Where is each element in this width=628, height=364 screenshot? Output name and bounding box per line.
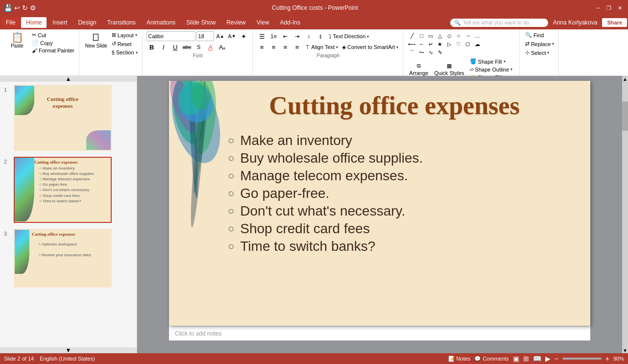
minimize-button[interactable]: ─ xyxy=(594,4,603,12)
align-left-button[interactable]: ≡ xyxy=(257,42,267,52)
clear-format-button[interactable]: ✦ xyxy=(239,31,249,41)
menu-view[interactable]: View xyxy=(252,17,274,28)
slide-sorter-icon[interactable]: ⊞ xyxy=(523,355,529,363)
scroll-up-arrow[interactable]: ▲ xyxy=(622,76,628,82)
shape-arrow2[interactable]: ⟵ xyxy=(408,40,416,48)
normal-view-icon[interactable]: ▣ xyxy=(513,355,519,363)
bold-button[interactable]: B xyxy=(146,42,157,52)
slide-thumb-3[interactable]: 3 Cutting office expenses ○ Optimize wor… xyxy=(0,226,137,291)
notes-button[interactable]: 📝 Notes xyxy=(448,356,471,362)
share-button[interactable]: Share xyxy=(602,18,627,27)
zoom-out-button[interactable]: − xyxy=(555,355,558,363)
menu-design[interactable]: Design xyxy=(73,17,101,28)
menu-insert[interactable]: Insert xyxy=(48,17,72,28)
shape-fill-button[interactable]: 🪣 Shape Fill▾ xyxy=(468,58,516,65)
new-slide-button[interactable]: 🗌 New Slide xyxy=(83,31,109,49)
menu-review[interactable]: Review xyxy=(221,17,250,28)
undo-icon[interactable]: ↩ xyxy=(14,4,20,12)
convert-smartart-button[interactable]: ◈ Convert to SmartArt▾ xyxy=(340,44,400,51)
shape-triangle[interactable]: △ xyxy=(435,32,444,40)
reading-view-icon[interactable]: 📖 xyxy=(533,355,541,363)
shape-arc[interactable]: ⌒ xyxy=(408,49,416,56)
menu-transitions[interactable]: Transitions xyxy=(102,17,141,28)
scroll-down-arrow[interactable]: ▼ xyxy=(622,347,628,353)
font-family-input[interactable] xyxy=(146,31,195,41)
section-button[interactable]: § Section▾ xyxy=(110,49,139,56)
shape-arrow[interactable]: → xyxy=(463,32,472,40)
slide-thumb-1[interactable]: 1 Cutting officeexpenses xyxy=(0,82,137,154)
scroll-up-button[interactable]: ▲ xyxy=(0,76,137,82)
shape-pentagon[interactable]: ⬠ xyxy=(463,40,472,48)
shadow-button[interactable]: S xyxy=(193,42,204,52)
align-center-button[interactable]: ≡ xyxy=(268,42,279,52)
layout-button[interactable]: ⊞ Layout▾ xyxy=(110,31,139,39)
justify-button[interactable]: ≡ xyxy=(292,42,303,52)
italic-button[interactable]: I xyxy=(158,42,169,52)
replace-button[interactable]: ⇄ Replace▾ xyxy=(524,40,556,48)
scroll-down-button[interactable]: ▼ xyxy=(0,347,137,353)
right-scrollbar[interactable]: ▲ ▼ xyxy=(622,76,628,353)
font-highlight-button[interactable]: Aₐ xyxy=(217,42,228,52)
restore-button[interactable]: ❐ xyxy=(604,4,613,12)
shape-dbl-arrow[interactable]: ↔ xyxy=(417,40,426,48)
menu-addins[interactable]: Add-Ins xyxy=(275,17,305,28)
scroll-track[interactable] xyxy=(622,82,628,347)
reset-button[interactable]: ↺ Reset xyxy=(110,40,139,48)
columns-button[interactable]: ⫿ xyxy=(315,31,326,41)
menu-slideshow[interactable]: Slide Show xyxy=(181,17,220,28)
line-spacing-button[interactable]: ↕ xyxy=(304,31,314,41)
shape-curve[interactable]: ∿ xyxy=(426,49,435,56)
close-button[interactable]: ✕ xyxy=(615,4,624,12)
search-box[interactable]: 🔍 Tell me what you want to do... xyxy=(450,19,548,27)
menu-file[interactable]: File xyxy=(1,17,20,28)
align-text-button[interactable]: ⊤ Align Text▾ xyxy=(304,44,340,51)
shape-rect[interactable]: □ xyxy=(417,32,426,40)
numbering-button[interactable]: 1≡ xyxy=(268,31,279,41)
font-color-button[interactable]: A xyxy=(205,42,216,52)
increase-font-button[interactable]: A▲ xyxy=(215,31,226,41)
shape-wave[interactable]: 〜 xyxy=(417,49,426,56)
arrange-button[interactable]: ⧉ Arrange xyxy=(407,62,430,77)
strikethrough-button[interactable]: abc xyxy=(182,42,193,52)
font-size-input[interactable] xyxy=(196,31,214,41)
customize-icon[interactable]: ⚙ xyxy=(30,4,36,12)
menu-animations[interactable]: Animations xyxy=(142,17,180,28)
shape-cloud[interactable]: ☁ xyxy=(473,40,482,48)
shape-callout[interactable]: ▷ xyxy=(445,40,454,48)
shape-star[interactable]: ★ xyxy=(435,40,444,48)
increase-indent-button[interactable]: ⇥ xyxy=(292,31,303,41)
shape-outline-button[interactable]: ▱ Shape Outline▾ xyxy=(468,66,516,73)
paste-button[interactable]: 📋 Paste xyxy=(5,31,29,49)
zoom-in-button[interactable]: + xyxy=(605,355,609,363)
shape-bend-arrow[interactable]: ↵ xyxy=(426,40,435,48)
decrease-indent-button[interactable]: ⇤ xyxy=(280,31,291,41)
save-icon[interactable]: 💾 xyxy=(4,4,12,12)
cut-button[interactable]: ✂ Cut xyxy=(30,31,76,39)
select-button[interactable]: ⊹ Select▾ xyxy=(524,49,556,56)
quick-styles-button[interactable]: ▦ Quick Styles xyxy=(432,62,466,77)
copy-button[interactable]: 📄 Copy xyxy=(30,39,76,47)
shape-diamond[interactable]: ◇ xyxy=(445,32,454,40)
format-painter-button[interactable]: 🖌 Format Painter xyxy=(30,47,76,54)
menu-home[interactable]: Home xyxy=(21,17,47,28)
text-direction-button[interactable]: ⤵ Text Direction▾ xyxy=(327,33,371,40)
shape-heart[interactable]: ♡ xyxy=(454,40,463,48)
underline-button[interactable]: U xyxy=(170,42,181,52)
notes-area[interactable]: Click to add notes xyxy=(169,326,590,340)
shape-oval[interactable]: ○ xyxy=(454,32,463,40)
shape-more[interactable]: … xyxy=(473,32,482,40)
zoom-slider[interactable] xyxy=(562,358,602,360)
shape-freeform[interactable]: ✎ xyxy=(435,49,444,56)
slide-thumb-2[interactable]: 2 Cutting office expenses ○ Make an inve… xyxy=(0,154,137,226)
scroll-thumb[interactable] xyxy=(622,101,628,131)
shape-rounded-rect[interactable]: ▭ xyxy=(426,32,435,40)
bullets-button[interactable]: ☰ xyxy=(257,31,267,41)
redo-icon[interactable]: ↻ xyxy=(22,4,28,12)
comments-button[interactable]: 💬 Comments xyxy=(474,356,508,362)
find-button[interactable]: 🔍 Find xyxy=(524,31,556,39)
shape-line[interactable]: ╱ xyxy=(408,32,416,40)
slide-canvas[interactable]: Cutting office expenses Make an inventor… xyxy=(169,81,590,326)
slideshow-view-icon[interactable]: ▶ xyxy=(545,355,551,363)
align-right-button[interactable]: ≡ xyxy=(280,42,291,52)
decrease-font-button[interactable]: A▼ xyxy=(227,31,238,41)
